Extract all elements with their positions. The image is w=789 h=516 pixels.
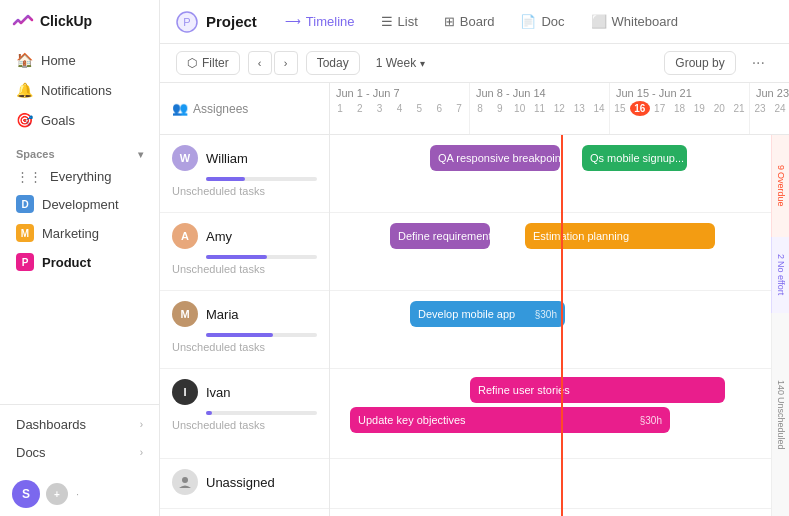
timeline-icon: ⟶ <box>285 15 301 28</box>
bell-icon: 🔔 <box>16 82 33 98</box>
app-name: ClickUp <box>40 13 92 29</box>
goals-icon: 🎯 <box>16 112 33 128</box>
bar-label: QA responsive breakpoints <box>438 152 560 164</box>
week-jun8-days: 8 9 10 11 12 13 14 <box>470 101 609 116</box>
tab-timeline[interactable]: ⟶ Timeline <box>273 8 367 35</box>
timeline-row-ivan: Refine user stories Update key objective… <box>330 369 789 459</box>
sidebar-item-marketing[interactable]: M Marketing <box>8 219 151 247</box>
top-header: P Project ⟶ Timeline ☰ List ⊞ Board 📄 Do… <box>160 0 789 44</box>
sidebar-item-home[interactable]: 🏠 Home <box>8 46 151 74</box>
toolbar-right: Group by ··· <box>664 50 773 76</box>
bar-qa-responsive[interactable]: QA responsive breakpoints §30h <box>430 145 560 171</box>
bar-label: Develop mobile app <box>418 308 515 320</box>
chevron-right-icon-docs: › <box>140 447 143 458</box>
filter-button[interactable]: ⬡ Filter <box>176 51 240 75</box>
tab-whiteboard[interactable]: ⬜ Whiteboard <box>579 8 690 35</box>
unscheduled-label-ivan: Unscheduled tasks <box>160 415 329 439</box>
sidebar: ClickUp 🏠 Home 🔔 Notifications 🎯 Goals S… <box>0 0 160 516</box>
app-logo[interactable]: ClickUp <box>0 0 159 42</box>
today-button[interactable]: Today <box>306 51 360 75</box>
unscheduled-label-amy: Unscheduled tasks <box>160 259 329 283</box>
bar-circle: ● <box>684 152 687 164</box>
week-jun8-label: Jun 8 - Jun 14 <box>470 83 609 101</box>
filter-icon: ⬡ <box>187 56 197 70</box>
sidebar-bottom: Dashboards › Docs › S + · <box>0 404 159 516</box>
week-jun1: Jun 1 - Jun 7 1 2 3 4 5 6 7 <box>330 83 470 134</box>
product-label: Product <box>42 255 91 270</box>
toolbar: ⬡ Filter ‹ › Today 1 Week ▾ Group by ··· <box>160 44 789 83</box>
assignee-row-amy: A Amy Unscheduled tasks <box>160 213 329 291</box>
tab-board[interactable]: ⊞ Board <box>432 8 507 35</box>
tab-doc[interactable]: 📄 Doc <box>508 8 576 35</box>
sidebar-item-notifications[interactable]: 🔔 Notifications <box>8 76 151 104</box>
assignee-name-maria: Maria <box>206 307 239 322</box>
week-jun1-days: 1 2 3 4 5 6 7 <box>330 101 469 116</box>
chevron-down-icon[interactable]: ▾ <box>138 149 143 160</box>
sidebar-item-dashboards[interactable]: Dashboards › <box>8 411 151 438</box>
bar-update-objectives[interactable]: Update key objectives §30h <box>350 407 670 433</box>
avatar-ivan: I <box>172 379 198 405</box>
avatar-maria: M <box>172 301 198 327</box>
bar-estimation[interactable]: Estimation planning <box>525 223 715 249</box>
svg-point-2 <box>182 477 188 483</box>
bar-refine-stories[interactable]: Refine user stories <box>470 377 725 403</box>
spaces-section: Spaces ▾ <box>0 138 159 164</box>
tab-doc-label: Doc <box>541 14 564 29</box>
tab-whiteboard-label: Whiteboard <box>612 14 678 29</box>
right-labels-strip: 9 Overdue 2 No effort 140 Unscheduled <box>771 83 789 516</box>
user-area[interactable]: S + · <box>0 472 159 516</box>
week-jun15-days: 15 16 17 18 19 20 21 <box>610 101 749 116</box>
goals-label: Goals <box>41 113 75 128</box>
assignee-row-maria: M Maria Unscheduled tasks <box>160 291 329 369</box>
assignee-name-amy: Amy <box>206 229 232 244</box>
sidebar-item-goals[interactable]: 🎯 Goals <box>8 106 151 134</box>
group-by-button[interactable]: Group by <box>664 51 735 75</box>
bar-mobile-signup[interactable]: Qs mobile signup... ● <box>582 145 687 171</box>
project-icon: P <box>176 11 198 33</box>
doc-icon: 📄 <box>520 14 536 29</box>
right-label-overdue: 9 Overdue <box>771 135 789 237</box>
product-dot: P <box>16 253 34 271</box>
bar-develop-mobile[interactable]: Develop mobile app §30h <box>410 301 565 327</box>
filter-label: Filter <box>202 56 229 70</box>
next-arrow-button[interactable]: › <box>274 51 298 75</box>
timeline-row-maria: Develop mobile app §30h <box>330 291 789 369</box>
unscheduled-label-maria: Unscheduled tasks <box>160 337 329 361</box>
nav-arrows: ‹ › <box>248 51 298 75</box>
clickup-logo-icon <box>12 10 34 32</box>
list-icon: ☰ <box>381 14 393 29</box>
sidebar-item-everything[interactable]: ⋮⋮ Everything <box>8 164 151 189</box>
sidebar-item-development[interactable]: D Development <box>8 190 151 218</box>
assignee-name-william: William <box>206 151 248 166</box>
sidebar-item-docs[interactable]: Docs › <box>8 439 151 466</box>
user-icon <box>178 475 192 489</box>
svg-text:P: P <box>183 16 190 28</box>
avatar: S <box>12 480 40 508</box>
assignees-header: 👥 Assignees <box>160 83 329 135</box>
assignee-info-amy: A Amy <box>160 213 329 253</box>
more-options-button[interactable]: ··· <box>744 50 773 76</box>
people-icon: 👥 <box>172 101 188 116</box>
dashboards-label: Dashboards <box>16 417 86 432</box>
right-label-unscheduled: 140 Unscheduled <box>771 313 789 516</box>
assignee-name-unassigned: Unassigned <box>206 475 275 490</box>
everything-label: Everything <box>50 169 111 184</box>
today-line <box>561 135 563 516</box>
bar-label: Define requirements <box>398 230 490 242</box>
sidebar-item-product[interactable]: P Product <box>8 248 151 276</box>
week-jun8: Jun 8 - Jun 14 8 9 10 11 12 13 14 <box>470 83 610 134</box>
assignees-column: 👥 Assignees W William Unscheduled tasks <box>160 83 330 516</box>
bar-hours: §30h <box>529 309 557 320</box>
assignee-row-ivan: I Ivan Unscheduled tasks <box>160 369 329 459</box>
week-selector[interactable]: 1 Week ▾ <box>368 52 433 74</box>
timeline-grid: Jun 1 - Jun 7 1 2 3 4 5 6 7 Jun 8 - Jun … <box>330 83 789 516</box>
assignee-info-unassigned: Unassigned <box>160 459 329 499</box>
prev-arrow-button[interactable]: ‹ <box>248 51 272 75</box>
avatar-william: W <box>172 145 198 171</box>
tab-list[interactable]: ☰ List <box>369 8 430 35</box>
development-label: Development <box>42 197 119 212</box>
tab-timeline-label: Timeline <box>306 14 355 29</box>
bar-label: Refine user stories <box>478 384 570 396</box>
week-jun15-label: Jun 15 - Jun 21 <box>610 83 749 101</box>
bar-define-req[interactable]: Define requirements <box>390 223 490 249</box>
